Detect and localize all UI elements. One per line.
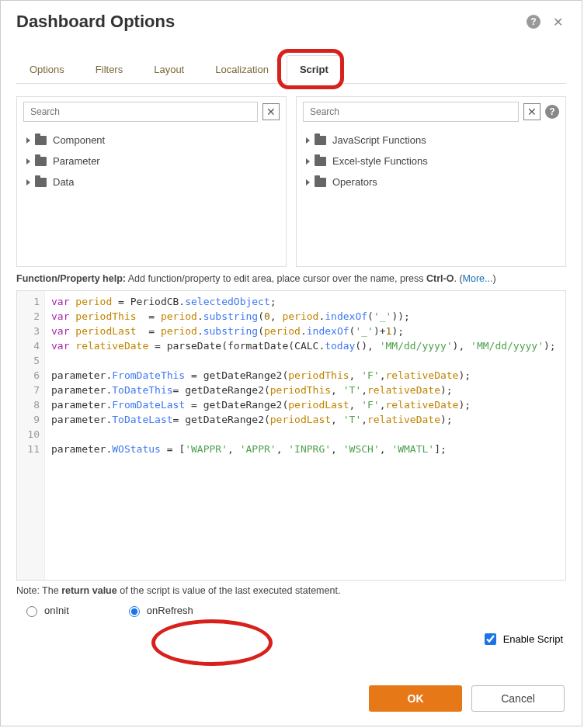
help-icon[interactable]: ?: [545, 105, 559, 119]
folder-icon: [315, 178, 326, 187]
editor-gutter: 1234567891011: [17, 291, 45, 580]
help-icon[interactable]: ?: [527, 15, 541, 29]
tree-item-data[interactable]: Data: [25, 172, 278, 192]
editor-code[interactable]: var period = PeriodCB.selectedObject;var…: [45, 291, 562, 580]
right-search-input[interactable]: [303, 102, 519, 122]
tab-script[interactable]: Script: [287, 55, 342, 84]
radio-onrefresh-input[interactable]: [129, 606, 140, 617]
tree-item-js-functions[interactable]: JavaScript Functions: [304, 130, 558, 151]
radio-label: onRefresh: [147, 605, 193, 616]
tree-item-parameter[interactable]: Parameter: [25, 151, 278, 172]
folder-icon: [315, 157, 326, 166]
radio-onrefresh[interactable]: onRefresh: [125, 604, 193, 617]
tree-label: Component: [53, 134, 105, 146]
folder-icon: [315, 136, 326, 145]
script-trigger-radios: onInit onRefresh: [1, 601, 582, 620]
right-panel: ✕ ? JavaScript Functions Excel-style Fun…: [296, 96, 566, 267]
tree-item-excel-functions[interactable]: Excel-style Functions: [304, 151, 558, 172]
dashboard-options-dialog: Dashboard Options ? ✕ Options Filters La…: [0, 0, 582, 726]
tab-options[interactable]: Options: [16, 55, 78, 83]
enable-script-checkbox[interactable]: [485, 633, 496, 645]
tree-label: Data: [53, 176, 74, 188]
tab-localization[interactable]: Localization: [202, 55, 282, 83]
tab-bar: Options Filters Layout Localization Scri…: [16, 55, 566, 84]
caret-icon: [306, 158, 310, 165]
tree-item-operators[interactable]: Operators: [304, 172, 558, 192]
caret-icon: [306, 137, 310, 144]
tree-label: Parameter: [53, 155, 100, 167]
radio-label: onInit: [44, 605, 69, 616]
script-editor[interactable]: 1234567891011 var period = PeriodCB.sele…: [16, 290, 566, 581]
caret-icon: [26, 137, 30, 144]
enable-script-label: Enable Script: [503, 633, 563, 645]
tree-label: Operators: [332, 176, 377, 188]
left-search-input[interactable]: [23, 102, 258, 122]
caret-icon: [26, 158, 30, 165]
function-help-text: Function/Property help: Add function/pro…: [1, 267, 582, 287]
folder-icon: [35, 136, 47, 145]
tab-filters[interactable]: Filters: [82, 55, 136, 83]
tree-label: JavaScript Functions: [332, 134, 426, 146]
radio-oninit[interactable]: onInit: [23, 604, 69, 617]
clear-search-icon[interactable]: ✕: [523, 103, 541, 120]
folder-icon: [35, 178, 47, 187]
ok-button[interactable]: OK: [369, 685, 462, 712]
caret-icon: [26, 179, 30, 185]
left-panel: ✕ Component Parameter Data: [16, 96, 287, 267]
tree-item-component[interactable]: Component: [25, 130, 278, 151]
folder-icon: [35, 157, 47, 166]
caret-icon: [306, 179, 310, 185]
more-link[interactable]: More...: [463, 273, 493, 284]
return-value-note: Note: The return value of the script is …: [1, 581, 582, 601]
dialog-title: Dashboard Options: [16, 12, 527, 32]
tree-label: Excel-style Functions: [332, 155, 428, 167]
cancel-button[interactable]: Cancel: [471, 685, 565, 712]
radio-oninit-input[interactable]: [26, 606, 37, 617]
clear-search-icon[interactable]: ✕: [262, 103, 280, 120]
close-icon[interactable]: ✕: [550, 15, 566, 29]
dialog-header: Dashboard Options ? ✕: [1, 1, 582, 40]
tab-layout[interactable]: Layout: [141, 55, 197, 83]
